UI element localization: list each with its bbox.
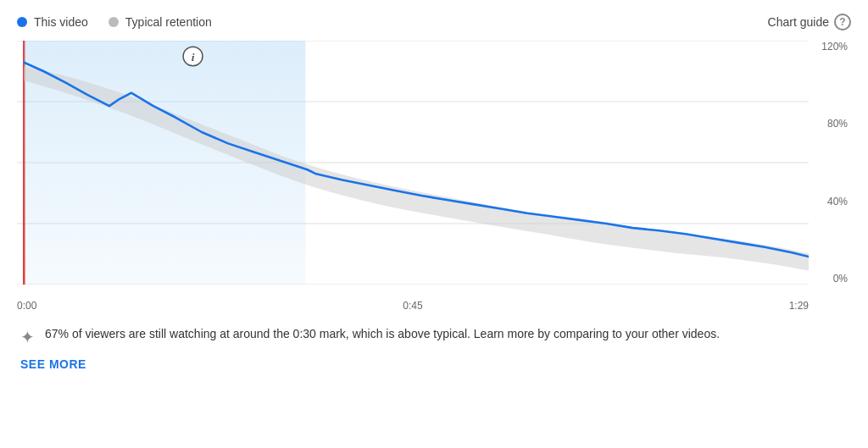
legend-this-video: This video	[17, 15, 88, 29]
legend-row: This video Typical retention Chart guide…	[17, 14, 851, 30]
retention-chart: 120% 80% 40% 0%	[17, 41, 851, 312]
blue-dot-icon	[17, 17, 27, 27]
chart-svg: i	[17, 41, 809, 285]
x-axis: 0:00 0:45 1:29	[17, 285, 809, 312]
y-label-0: 0%	[833, 273, 848, 285]
y-label-80: 80%	[827, 118, 848, 130]
question-icon: ?	[834, 14, 851, 30]
info-text: i	[192, 51, 195, 64]
this-video-label: This video	[34, 15, 88, 29]
y-label-40: 40%	[827, 196, 848, 207]
insight-text: 67% of viewers are still watching at aro…	[45, 325, 720, 343]
chart-guide-button[interactable]: Chart guide ?	[768, 14, 851, 30]
see-more-button[interactable]: SEE MORE	[20, 357, 851, 371]
sparkle-icon: ✦	[20, 327, 35, 347]
chart-svg-area: i	[17, 41, 809, 285]
y-label-120: 120%	[821, 41, 848, 53]
x-label-mid: 0:45	[403, 300, 422, 312]
x-label-start: 0:00	[17, 300, 36, 312]
x-label-end: 1:29	[789, 300, 809, 312]
legend-typical-retention: Typical retention	[108, 15, 212, 29]
chart-guide-label: Chart guide	[768, 15, 829, 29]
gray-dot-icon	[108, 17, 119, 27]
insight-section: ✦ 67% of viewers are still watching at a…	[17, 325, 851, 347]
y-axis: 120% 80% 40% 0%	[809, 41, 851, 285]
typical-retention-label: Typical retention	[125, 15, 212, 29]
